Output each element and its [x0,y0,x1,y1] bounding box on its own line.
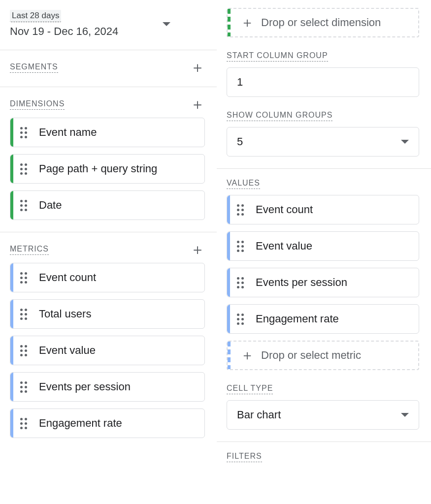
metric-label: Events per session [39,380,131,393]
caret-down-icon [163,22,170,26]
cell-type-value: Bar chart [237,409,281,421]
date-range-picker[interactable]: Last 28 days Nov 19 - Dec 16, 2024 [10,10,205,38]
value-chip[interactable]: Event count [227,195,419,224]
cell-type-title: CELL TYPE [227,384,273,394]
cell-type-select[interactable]: Bar chart [227,400,419,430]
value-chip[interactable]: Events per session [227,268,419,297]
drag-handle-icon[interactable] [20,418,31,429]
add-segment-button[interactable]: ＋ [190,60,205,75]
metric-label: Event value [39,344,96,357]
drag-handle-icon[interactable] [20,200,31,211]
add-dimension-button[interactable]: ＋ [190,97,205,112]
start-column-group-field[interactable] [227,67,419,97]
drag-handle-icon[interactable] [20,309,31,320]
value-chip[interactable]: Event value [227,231,419,261]
show-column-groups-select[interactable]: 5 [227,127,419,157]
values-title: VALUES [227,179,260,189]
dimension-chip[interactable]: Date [10,190,205,220]
caret-down-icon [401,413,409,417]
date-range-text: Nov 19 - Dec 16, 2024 [10,25,118,38]
value-label: Event count [256,203,313,216]
drag-handle-icon[interactable] [237,241,248,252]
plus-icon: ＋ [240,348,254,362]
metrics-title: METRICS [10,245,49,255]
dimension-label: Date [39,199,62,212]
date-preset-label: Last 28 days [10,10,61,22]
drag-handle-icon[interactable] [20,345,31,356]
metric-chip[interactable]: Event value [10,336,205,365]
plus-icon: ＋ [240,16,254,30]
values-dropzone-label: Drop or select metric [261,349,361,362]
drag-handle-icon[interactable] [237,204,248,216]
show-column-groups-value: 5 [237,135,243,148]
metric-chip[interactable]: Event count [10,263,205,292]
drag-handle-icon[interactable] [20,163,31,175]
caret-down-icon [401,140,409,144]
columns-dropzone[interactable]: ＋ Drop or select dimension [227,8,419,37]
dimension-chip[interactable]: Event name [10,118,205,147]
drag-handle-icon[interactable] [237,314,248,325]
show-column-groups-title: SHOW COLUMN GROUPS [227,111,332,121]
metric-chip[interactable]: Total users [10,299,205,329]
dimensions-title: DIMENSIONS [10,99,65,110]
metric-label: Total users [39,308,91,320]
metric-label: Event count [39,271,96,284]
start-column-group-input[interactable] [237,76,409,89]
dimension-chip[interactable]: Page path + query string [10,154,205,184]
segments-title: SEGMENTS [10,63,58,73]
value-label: Engagement rate [256,313,339,325]
drag-handle-icon[interactable] [20,381,31,393]
drag-handle-icon[interactable] [20,127,31,138]
value-label: Events per session [256,276,347,289]
metric-label: Engagement rate [39,417,122,430]
start-column-group-title: START COLUMN GROUP [227,51,328,62]
metric-chip[interactable]: Events per session [10,372,205,402]
drag-handle-icon[interactable] [20,272,31,284]
columns-dropzone-label: Drop or select dimension [261,16,381,29]
dimension-label: Event name [39,126,97,139]
metric-chip[interactable]: Engagement rate [10,409,205,438]
add-metric-button[interactable]: ＋ [190,242,205,257]
value-chip[interactable]: Engagement rate [227,304,419,334]
drag-handle-icon[interactable] [237,277,248,288]
dimension-label: Page path + query string [39,162,157,175]
value-label: Event value [256,240,312,252]
values-dropzone[interactable]: ＋ Drop or select metric [227,341,419,370]
filters-title: FILTERS [227,452,262,462]
